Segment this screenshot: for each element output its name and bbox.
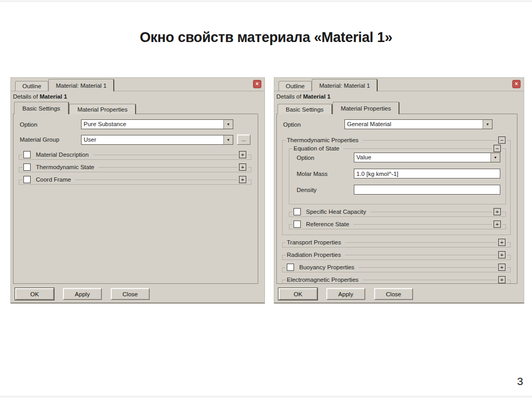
density-input[interactable] — [354, 185, 500, 195]
close-button[interactable]: Close — [374, 288, 413, 300]
collapse-icon[interactable]: − — [498, 136, 506, 144]
frame-line — [248, 155, 251, 155]
expander-head: Transport Properties + — [282, 238, 511, 246]
frame-line — [363, 280, 497, 280]
frame-line — [282, 140, 286, 141]
frame-line — [363, 140, 497, 141]
frame-line — [282, 280, 286, 280]
expand-icon[interactable]: + — [498, 251, 506, 258]
option-dropdown[interactable]: Pure Substance ▼ — [81, 119, 233, 129]
expand-icon[interactable]: + — [494, 208, 501, 215]
tab-material-material-1[interactable]: Material: Material 1 — [48, 79, 114, 91]
expander-label: Buoyancy Properties — [298, 263, 358, 271]
material-description-checkbox[interactable] — [23, 151, 31, 158]
expand-icon[interactable]: + — [498, 264, 506, 271]
material-group-field-row: Material Group User ▼ ... — [14, 132, 258, 147]
expander-label: Coord Frame — [35, 175, 75, 184]
coord-frame-checkbox[interactable] — [23, 176, 31, 183]
expander-transport-properties: Transport Properties + — [282, 242, 511, 248]
collapse-icon[interactable]: − — [494, 145, 501, 152]
frame-line — [289, 224, 292, 225]
tab-outline[interactable]: Outline — [278, 81, 312, 91]
option-dropdown[interactable]: General Material ▼ — [344, 119, 493, 129]
buoyancy-properties-checkbox[interactable] — [287, 264, 294, 271]
molar-mass-input[interactable] — [354, 169, 500, 179]
option-field-row: Option Pure Substance ▼ — [14, 117, 258, 132]
eos-option-label: Option — [297, 155, 354, 161]
option-field-row: Option General Material ▼ — [277, 117, 517, 132]
expander-buoyancy-properties: Buoyancy Properties + — [282, 267, 511, 272]
frame-line — [19, 180, 22, 180]
browse-button[interactable]: ... — [237, 134, 250, 145]
group-head: Thermodynamic Properties − — [282, 136, 511, 144]
expander-label: Specific Heat Capacity — [305, 208, 370, 216]
eos-option-dropdown-value: Value — [354, 153, 490, 162]
ok-button[interactable]: OK — [278, 288, 317, 300]
expand-icon[interactable]: + — [498, 276, 506, 283]
material-properties-page: Option General Material ▼ Thermodynamic … — [276, 114, 517, 284]
details-header: Details of Material 1 — [274, 91, 524, 100]
group-head: Equation of State − — [289, 144, 506, 153]
frame-line — [358, 267, 497, 268]
expand-icon[interactable]: + — [239, 163, 246, 171]
apply-button[interactable]: Apply — [326, 288, 365, 300]
settings-tabbar: Basic Settings Material Properties — [11, 100, 264, 114]
molar-mass-label: Molar Mass — [297, 171, 354, 177]
tab-outline[interactable]: Outline — [15, 81, 48, 91]
frame-line — [19, 155, 22, 155]
details-header: Details of Material 1 — [11, 91, 264, 100]
expand-icon[interactable]: + — [239, 176, 246, 183]
apply-button[interactable]: Apply — [63, 288, 102, 300]
expand-icon[interactable]: + — [239, 151, 246, 158]
close-button[interactable]: Close — [111, 288, 150, 300]
expander-thermodynamic-state: Thermodynamic State + — [19, 167, 251, 172]
expand-icon[interactable]: + — [498, 239, 506, 246]
chevron-down-icon[interactable]: ▼ — [490, 153, 500, 162]
frame-line — [507, 267, 511, 268]
option-dropdown-value: Pure Substance — [82, 120, 223, 129]
expander-label: Material Description — [35, 150, 93, 159]
frame-line — [93, 155, 237, 155]
frame-line — [370, 212, 492, 212]
details-prefix: Details of — [276, 93, 301, 100]
material-group-dropdown-value: User — [82, 135, 223, 144]
expander-head: Material Description + — [19, 150, 251, 159]
equation-of-state-group: Equation of State − Option Value ▼ Mola — [289, 148, 506, 204]
frame-line — [289, 148, 292, 149]
expander-label: Radiation Properties — [286, 251, 345, 259]
close-icon[interactable]: × — [253, 80, 261, 88]
tab-material-properties[interactable]: Material Properties — [69, 104, 137, 114]
frame-line — [507, 255, 511, 255]
dialog-button-row: OK Apply Close — [274, 284, 524, 300]
chevron-down-icon[interactable]: ▼ — [483, 120, 492, 129]
chevron-down-icon[interactable]: ▼ — [223, 120, 233, 129]
option-label: Option — [20, 121, 81, 128]
expander-label: Thermodynamic State — [35, 163, 99, 171]
tab-basic-settings[interactable]: Basic Settings — [277, 104, 332, 114]
option-label: Option — [283, 121, 344, 128]
material-group-dropdown[interactable]: User ▼ — [81, 135, 233, 145]
frame-line — [507, 280, 511, 280]
dialog-tabbar: Outline Material: Material 1 × — [11, 78, 264, 91]
close-icon[interactable]: × — [512, 80, 521, 88]
expand-icon[interactable]: + — [494, 221, 501, 228]
ok-button[interactable]: OK — [15, 288, 54, 300]
group-body: Option Value ▼ Molar Mass Density — [289, 149, 506, 200]
eos-option-dropdown[interactable]: Value ▼ — [354, 153, 500, 162]
tab-material-material-1[interactable]: Material: Material 1 — [312, 79, 378, 91]
frame-line — [289, 212, 292, 212]
density-label: Density — [297, 187, 354, 193]
page-title: Окно свойств материала «Material 1» — [0, 30, 532, 46]
density-field-row: Density — [289, 182, 506, 198]
tab-basic-settings[interactable]: Basic Settings — [14, 102, 69, 114]
specific-heat-capacity-checkbox[interactable] — [294, 208, 301, 215]
details-material-name: Material 1 — [303, 93, 330, 100]
tab-material-properties[interactable]: Material Properties — [332, 102, 400, 114]
expander-reference-state: Reference State + — [289, 224, 506, 229]
reference-state-checkbox[interactable] — [294, 221, 301, 228]
material-dialog-material-properties: Outline Material: Material 1 × Details o… — [274, 77, 524, 304]
chevron-down-icon[interactable]: ▼ — [223, 135, 233, 144]
thermodynamic-state-checkbox[interactable] — [23, 163, 31, 171]
expander-material-description: Material Description + — [19, 155, 251, 160]
frame-line — [502, 224, 506, 225]
